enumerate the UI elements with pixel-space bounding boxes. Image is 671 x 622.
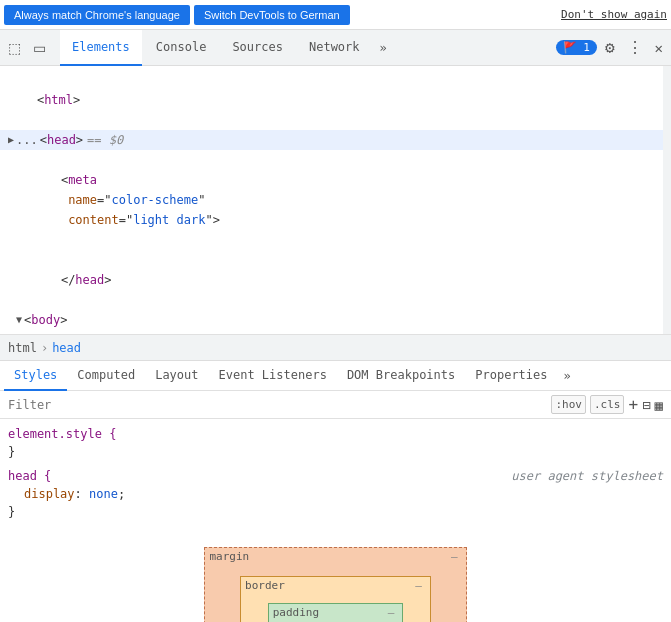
inspect-icon-button[interactable]: ⬚ xyxy=(4,38,25,58)
html-tree-panel: <html> ▶ ... <head> == $0 <meta name="co… xyxy=(0,66,671,335)
feedback-badge[interactable]: 🚩 1 xyxy=(556,40,597,55)
margin-sides: – border – – padding – auto×auto – xyxy=(233,576,437,622)
main-tab-bar: ⬚ ▭ Elements Console Sources Network » 🚩… xyxy=(0,30,671,66)
html-line-meta[interactable]: <meta name="color-scheme" content="light… xyxy=(0,150,671,250)
tab-sources[interactable]: Sources xyxy=(220,30,295,66)
tab-icons: ⬚ ▭ xyxy=(4,38,50,58)
element-style-rule: element.style { } xyxy=(8,425,663,461)
tab-elements[interactable]: Elements xyxy=(60,30,142,66)
element-style-selector[interactable]: element.style { xyxy=(8,425,663,443)
head-rule-close: } xyxy=(8,503,663,521)
tab-styles[interactable]: Styles xyxy=(4,361,67,391)
html-line-html[interactable]: <html> xyxy=(0,70,671,130)
tab-computed[interactable]: Computed xyxy=(67,361,145,391)
html-line-head-close[interactable]: </head> xyxy=(0,250,671,310)
computed-sidebar-icon[interactable]: ⊟ xyxy=(642,397,650,413)
tab-right-controls: 🚩 1 ⚙ ⋮ ✕ xyxy=(556,36,667,59)
tab-properties[interactable]: Properties xyxy=(465,361,557,391)
html-line-body[interactable]: ▼ <body> xyxy=(0,310,671,330)
add-style-button[interactable]: + xyxy=(628,395,638,414)
border-label: border xyxy=(245,579,285,592)
triangle-icon: ▶ xyxy=(8,130,14,150)
styles-tab-bar: Styles Computed Layout Event Listeners D… xyxy=(0,361,671,391)
switch-devtools-button[interactable]: Switch DevTools to German xyxy=(194,5,350,25)
settings-icon[interactable]: ⚙ xyxy=(601,36,619,59)
tab-layout[interactable]: Layout xyxy=(145,361,208,391)
head-rule: head { user agent stylesheet display: no… xyxy=(8,467,663,521)
html-line-head[interactable]: ▶ ... <head> == $0 xyxy=(0,130,671,150)
filter-bar: :hov .cls + ⊟ ▦ xyxy=(0,391,671,419)
new-rule-icon[interactable]: ▦ xyxy=(655,397,663,413)
box-margin: margin – – border – – padding – auto×aut… xyxy=(204,547,466,622)
filter-input[interactable] xyxy=(8,398,543,412)
box-padding: padding – auto×auto – xyxy=(268,603,404,622)
tab-dom-breakpoints[interactable]: DOM Breakpoints xyxy=(337,361,465,391)
tab-more-button[interactable]: » xyxy=(374,37,393,59)
top-banner: Always match Chrome's language Switch De… xyxy=(0,0,671,30)
tab-console[interactable]: Console xyxy=(144,30,219,66)
head-display-prop[interactable]: display: none; xyxy=(8,485,663,503)
box-border: border – – padding – auto×auto – xyxy=(240,576,431,622)
border-sides: – padding – auto×auto – – xyxy=(261,603,410,622)
user-agent-label: user agent stylesheet xyxy=(511,467,663,485)
scrollbar-right[interactable] xyxy=(663,66,671,334)
element-style-close: } xyxy=(8,443,663,461)
breadcrumb-html[interactable]: html xyxy=(8,341,37,355)
tab-event-listeners[interactable]: Event Listeners xyxy=(209,361,337,391)
close-devtools-icon[interactable]: ✕ xyxy=(651,38,667,58)
hov-button[interactable]: :hov xyxy=(551,395,586,414)
margin-label: margin xyxy=(209,550,249,563)
more-options-icon[interactable]: ⋮ xyxy=(623,36,647,59)
breadcrumb-head[interactable]: head xyxy=(52,341,81,355)
cls-button[interactable]: .cls xyxy=(590,395,625,414)
device-icon-button[interactable]: ▭ xyxy=(29,38,50,58)
margin-top-val: – xyxy=(451,550,458,563)
css-panel: element.style { } head { user agent styl… xyxy=(0,419,671,531)
padding-label: padding xyxy=(273,606,319,619)
breadcrumb: html › head xyxy=(0,335,671,361)
dont-show-again-link[interactable]: Don't show again xyxy=(561,8,667,21)
border-top-val: – xyxy=(415,579,422,592)
padding-top-val: – xyxy=(388,606,395,619)
filter-actions: :hov .cls + ⊟ ▦ xyxy=(551,395,663,414)
tab-network[interactable]: Network xyxy=(297,30,372,66)
styles-tab-more[interactable]: » xyxy=(558,367,577,385)
match-language-button[interactable]: Always match Chrome's language xyxy=(4,5,190,25)
triangle-body-icon: ▼ xyxy=(16,310,22,330)
box-model-area: margin – – border – – padding – auto×aut… xyxy=(0,531,671,622)
breadcrumb-separator: › xyxy=(41,341,48,355)
head-selector-line[interactable]: head { user agent stylesheet xyxy=(8,467,663,485)
